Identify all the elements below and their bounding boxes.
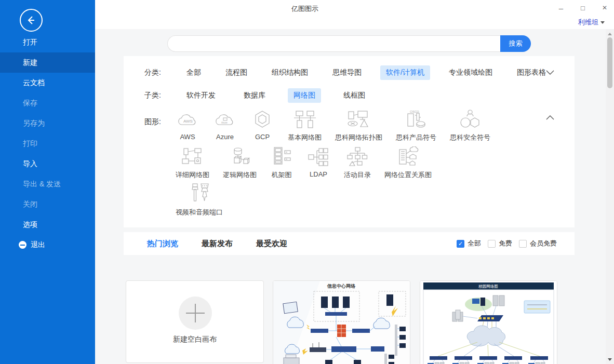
shape-label: 基本网络图 bbox=[288, 133, 322, 142]
detailed-network-icon bbox=[180, 145, 205, 167]
title-bar: 亿图图示 – □ ✕ bbox=[95, 0, 614, 16]
rack-icon bbox=[270, 145, 293, 167]
sidebar-item-export-send[interactable]: 导出 & 发送 bbox=[0, 174, 95, 194]
shapes-label: 图形: bbox=[144, 117, 161, 127]
category-flowchart[interactable]: 流程图 bbox=[220, 65, 253, 80]
shape-label: GCP bbox=[255, 133, 270, 141]
sidebar-item-open[interactable]: 打开 bbox=[0, 32, 95, 52]
filter-checkbox-group: ✓ 全部 免费 会员免费 bbox=[457, 239, 557, 248]
back-button[interactable] bbox=[20, 9, 43, 32]
azure-cloud-icon: Azure bbox=[213, 108, 237, 130]
account-menu[interactable]: 利维坦 bbox=[578, 18, 605, 27]
sidebar-item-label: 保存 bbox=[23, 99, 37, 108]
shape-rack[interactable]: 机架图 bbox=[270, 145, 293, 180]
sidebar-item-label: 选项 bbox=[23, 220, 37, 230]
subcategory-software-dev[interactable]: 软件开发 bbox=[181, 88, 221, 103]
logical-network-icon bbox=[228, 145, 252, 167]
shape-gcp[interactable]: GCP bbox=[250, 108, 274, 142]
basic-network-icon bbox=[292, 108, 318, 130]
shape-label: AWS bbox=[180, 133, 195, 141]
sidebar-item-label: 另存为 bbox=[23, 119, 45, 128]
scroll-down-arrow[interactable] bbox=[606, 356, 614, 363]
shape-label: 思科网络拓扑图 bbox=[335, 133, 382, 142]
sidebar-item-label: 打印 bbox=[23, 139, 37, 149]
checkbox-member-free[interactable]: 会员免费 bbox=[519, 239, 557, 248]
svg-text:校园网络图: 校园网络图 bbox=[478, 284, 498, 289]
sidebar-item-label: 打开 bbox=[23, 38, 37, 47]
shape-label: 思科产品符号 bbox=[396, 133, 436, 142]
shape-label: 逻辑网络图 bbox=[223, 170, 257, 180]
subcategory-wireframe[interactable]: 线框图 bbox=[338, 88, 371, 103]
template-card-campus-network[interactable]: 校园网络图 bbox=[420, 280, 557, 364]
chevron-up-icon[interactable] bbox=[545, 114, 555, 120]
network-location-icon bbox=[395, 145, 421, 167]
shape-aws[interactable]: AWS AWS bbox=[176, 108, 199, 142]
chevron-down-icon[interactable] bbox=[545, 69, 555, 75]
svg-text:信息中心网络: 信息中心网络 bbox=[327, 284, 356, 289]
shape-active-directory[interactable]: 活动目录 bbox=[344, 145, 371, 180]
sidebar-item-cloud-docs[interactable]: 云文档 bbox=[0, 73, 95, 93]
search-input[interactable] bbox=[167, 35, 500, 52]
svg-text:Azure: Azure bbox=[221, 122, 228, 124]
sidebar-item-close[interactable]: 关闭 bbox=[0, 194, 95, 214]
triangle-up-icon bbox=[608, 33, 612, 35]
search-bar: 搜索 bbox=[167, 35, 531, 52]
minimize-button[interactable]: – bbox=[557, 4, 565, 12]
quit-icon bbox=[19, 241, 26, 249]
category-mindmap[interactable]: 思维导图 bbox=[327, 65, 367, 80]
search-button[interactable]: 搜索 bbox=[500, 35, 531, 52]
close-button[interactable]: ✕ bbox=[600, 4, 609, 12]
sidebar-item-label: 导出 & 发送 bbox=[23, 180, 61, 189]
subcategory-row: 子类: 软件开发 数据库 网络图 线框图 bbox=[144, 88, 371, 103]
shapes-row-2: 详细网络图 逻辑网络图 机架图 bbox=[176, 145, 432, 180]
sidebar-item-save[interactable]: 保存 bbox=[0, 93, 95, 113]
shape-cisco-security[interactable]: 思科安全符号 bbox=[450, 108, 490, 142]
shape-logical-network[interactable]: 逻辑网络图 bbox=[223, 145, 257, 180]
sidebar-item-options[interactable]: 选项 bbox=[0, 214, 95, 235]
shape-ldap[interactable]: LDAP bbox=[306, 145, 330, 180]
shape-label: 详细网络图 bbox=[176, 170, 209, 180]
shape-cisco-product[interactable]: CISCO 思科产品符号 bbox=[396, 108, 436, 142]
scroll-up-arrow[interactable] bbox=[606, 30, 614, 37]
shape-label: 活动目录 bbox=[344, 170, 371, 180]
subcategory-database[interactable]: 数据库 bbox=[238, 88, 271, 103]
shape-azure[interactable]: Azure Azure bbox=[213, 108, 237, 142]
sidebar-item-label: 导入 bbox=[23, 159, 37, 169]
subcategory-network[interactable]: 网络图 bbox=[288, 88, 321, 103]
tab-latest-release[interactable]: 最新发布 bbox=[202, 239, 233, 249]
new-blank-canvas-card[interactable]: 新建空白画布 bbox=[126, 280, 264, 363]
tab-popular-browse[interactable]: 热门浏览 bbox=[147, 239, 178, 249]
sidebar-item-label: 云文档 bbox=[23, 78, 45, 88]
template-card-info-center-network[interactable]: 信息中心网络 bbox=[273, 280, 410, 364]
shape-detailed-network[interactable]: 详细网络图 bbox=[176, 145, 209, 180]
window-controls: – □ ✕ bbox=[557, 0, 609, 16]
shape-label: 机架图 bbox=[272, 170, 292, 180]
sidebar-item-print[interactable]: 打印 bbox=[0, 133, 95, 154]
shape-network-location[interactable]: 网络位置关系图 bbox=[384, 145, 432, 180]
vertical-scrollbar[interactable] bbox=[606, 29, 614, 364]
checkbox-all[interactable]: ✓ 全部 bbox=[457, 239, 481, 248]
category-orgchart[interactable]: 组织结构图 bbox=[266, 65, 314, 80]
shape-basic-network[interactable]: 基本网络图 bbox=[288, 108, 322, 142]
template-preview-info-center-network: 信息中心网络 bbox=[273, 281, 410, 364]
checkbox-free[interactable]: 免费 bbox=[488, 239, 512, 248]
sidebar-item-save-as[interactable]: 另存为 bbox=[0, 113, 95, 133]
shape-cisco-topology[interactable]: 思科网络拓扑图 bbox=[335, 108, 382, 142]
sidebar-item-new[interactable]: 新建 bbox=[0, 52, 95, 73]
category-all[interactable]: 全部 bbox=[181, 65, 207, 80]
sidebar-item-quit[interactable]: 退出 bbox=[0, 235, 95, 255]
category-row: 分类: 全部 流程图 组织结构图 思维导图 软件/计算机 专业领域绘图 图形表格 bbox=[144, 65, 552, 80]
shape-av-ports[interactable]: 视频和音频端口 bbox=[176, 183, 223, 217]
sidebar-menu: 打开 新建 云文档 保存 另存为 打印 导入 导出 & 发送 关闭 选项 退出 bbox=[0, 32, 95, 255]
category-professional[interactable]: 专业领域绘图 bbox=[443, 65, 498, 80]
tab-most-popular[interactable]: 最受欢迎 bbox=[256, 239, 287, 249]
scrollbar-thumb[interactable] bbox=[607, 37, 612, 88]
arrow-left-icon bbox=[25, 15, 37, 26]
category-software-computer[interactable]: 软件/计算机 bbox=[380, 65, 430, 80]
cisco-security-icon bbox=[458, 108, 482, 130]
gcp-hexagon-icon bbox=[250, 108, 274, 130]
shape-label: 思科安全符号 bbox=[450, 133, 490, 142]
sidebar-item-import[interactable]: 导入 bbox=[0, 154, 95, 174]
maximize-button[interactable]: □ bbox=[579, 4, 587, 12]
checkbox-label: 全部 bbox=[468, 239, 481, 248]
